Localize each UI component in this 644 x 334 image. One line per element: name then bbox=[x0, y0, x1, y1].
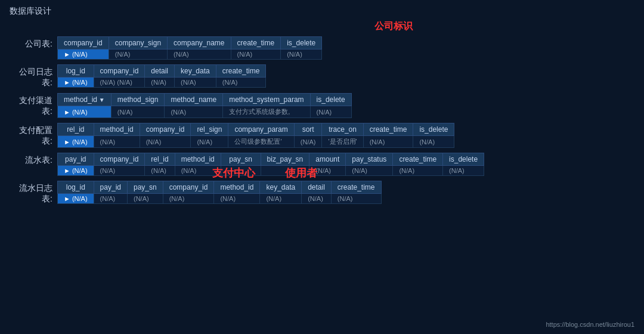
cell: (N/A) bbox=[231, 50, 281, 60]
col-company-sign: company_sign bbox=[109, 37, 167, 50]
pay-config-table: rel_id method_id company_id rel_sign com… bbox=[57, 123, 454, 148]
col-is-delete: is_delete bbox=[281, 37, 322, 50]
company-log-table: log_id company_id detail key_data create… bbox=[57, 64, 266, 88]
col-key-data: key_data bbox=[175, 65, 216, 78]
cell: (N/A) bbox=[94, 166, 145, 176]
cell: (N/A) bbox=[413, 136, 454, 148]
col-log-id: log_id bbox=[58, 181, 94, 194]
col-trace-on: trace_on bbox=[322, 123, 363, 136]
cell: ► (N/A) bbox=[58, 50, 109, 60]
cell: (N/A) bbox=[191, 136, 228, 148]
cell: (N/A) bbox=[94, 136, 140, 148]
cell: (N/A) bbox=[393, 166, 443, 176]
cell: (N/A) bbox=[165, 106, 223, 118]
col-company-id: company_id bbox=[94, 65, 145, 78]
cell: ► (N/A) bbox=[58, 106, 112, 118]
flow-table: pay_id company_id rel_id method_id pay_s… bbox=[57, 153, 484, 176]
col-pay-status: pay_status bbox=[346, 153, 393, 166]
cell: (N/A) (N/A) bbox=[94, 78, 145, 88]
company-table-label: 公司表: bbox=[10, 36, 57, 50]
cell: (N/A) bbox=[260, 194, 302, 204]
cell: (N/A) bbox=[163, 194, 214, 204]
col-sort: sort bbox=[294, 123, 322, 136]
col-pay-sn: pay_sn bbox=[221, 153, 261, 166]
col-key-data: key_data bbox=[260, 181, 302, 194]
pay-channel-table-label: 支付渠道表: bbox=[10, 93, 57, 117]
col-is-delete: is_delete bbox=[443, 153, 484, 166]
cell: (N/A) bbox=[294, 136, 322, 148]
col-rel-id: rel_id bbox=[58, 123, 94, 136]
cell: (N/A) bbox=[346, 166, 393, 176]
footer-link: https://blog.csdn.net/liuzhirou1 bbox=[546, 321, 634, 328]
cell: 公司级参数配置' bbox=[228, 136, 294, 148]
cell: (N/A) bbox=[363, 136, 413, 148]
cell: 支付方式系统级参数, bbox=[223, 106, 310, 118]
col-rel-sign: rel_sign bbox=[191, 123, 228, 136]
cell: (N/A) bbox=[443, 166, 484, 176]
col-create-time: create_time bbox=[363, 123, 413, 136]
cell: '是否启用' bbox=[322, 136, 363, 148]
col-method-id: method_id bbox=[58, 94, 112, 106]
col-pay-id: pay_id bbox=[58, 153, 94, 166]
cell: ► (N/A) bbox=[58, 166, 94, 176]
col-amount: amount bbox=[309, 153, 346, 166]
cell: (N/A) bbox=[145, 166, 175, 176]
cell: (N/A) bbox=[310, 106, 351, 118]
cell: (N/A) bbox=[331, 194, 381, 204]
col-company-id: company_id bbox=[58, 37, 109, 50]
cell: (N/A) bbox=[109, 50, 167, 60]
cell bbox=[261, 166, 309, 176]
col-pay-sn: pay_sn bbox=[127, 181, 163, 194]
col-company-param: company_param bbox=[228, 123, 294, 136]
col-log-id: log_id bbox=[58, 65, 94, 78]
company-log-table-row: 公司日志表: log_id company_id detail key_data… bbox=[10, 64, 634, 88]
cell: (N/A) bbox=[281, 50, 322, 60]
cell: (N/A) bbox=[216, 78, 266, 88]
company-log-table-label: 公司日志表: bbox=[10, 64, 57, 88]
center-label: 公司标识 bbox=[153, 20, 634, 33]
page-title: 数据库设计 bbox=[0, 0, 644, 20]
col-create-time: create_time bbox=[216, 65, 266, 78]
col-detail: detail bbox=[302, 181, 332, 194]
cell bbox=[221, 166, 261, 176]
col-method-system-param: method_system_param bbox=[223, 94, 310, 106]
col-biz-pay-sn: biz_pay_sn bbox=[261, 153, 309, 166]
cell: ► (N/A) bbox=[58, 194, 94, 204]
flow-table-row: 流水表: pay_id company_id rel_id method_id … bbox=[10, 153, 634, 176]
cell: (N/A) bbox=[94, 194, 127, 204]
flow-log-table-label: 流水日志表: bbox=[10, 181, 57, 205]
col-method-sign: method_sign bbox=[111, 94, 165, 106]
cell: (N/A) bbox=[127, 194, 163, 204]
cell: (N/A) bbox=[302, 194, 332, 204]
col-method-id: method_id bbox=[175, 153, 221, 166]
col-method-id: method_id bbox=[214, 181, 260, 194]
col-company-id: company_id bbox=[163, 181, 214, 194]
col-is-delete: is_delete bbox=[413, 123, 454, 136]
cell: (N/A) bbox=[175, 78, 216, 88]
col-company-id: company_id bbox=[94, 153, 145, 166]
cell: (N/A) bbox=[168, 50, 231, 60]
col-rel-id: rel_id bbox=[145, 153, 175, 166]
col-method-id: method_id bbox=[94, 123, 140, 136]
cell: (N/A) bbox=[145, 78, 175, 88]
flow-table-label: 流水表: bbox=[10, 153, 57, 166]
company-table-row: 公司表: company_id company_sign company_nam… bbox=[10, 36, 634, 60]
col-is-delete: is_delete bbox=[310, 94, 351, 106]
col-create-time: create_time bbox=[231, 37, 281, 50]
col-company-id: company_id bbox=[140, 123, 191, 136]
company-table: company_id company_sign company_name cre… bbox=[57, 36, 322, 60]
cell: (N/A) bbox=[214, 194, 260, 204]
pay-channel-table: method_id method_sign method_name method… bbox=[57, 93, 352, 118]
cell: ► (N/A) bbox=[58, 78, 94, 88]
col-create-time: create_time bbox=[331, 181, 381, 194]
cell: (N/A) bbox=[175, 166, 221, 176]
pay-config-table-label: 支付配置表: bbox=[10, 123, 57, 147]
cell: (N/A) bbox=[140, 136, 191, 148]
col-detail: detail bbox=[145, 65, 175, 78]
col-company-name: company_name bbox=[168, 37, 231, 50]
cell: (N/A) bbox=[111, 106, 165, 118]
cell: ► (N/A) bbox=[58, 136, 94, 148]
cell: (N/A) bbox=[309, 166, 346, 176]
flow-log-table-row: 流水日志表: log_id pay_id pay_sn company_id m… bbox=[10, 181, 634, 205]
flow-log-table: log_id pay_id pay_sn company_id method_i… bbox=[57, 181, 382, 204]
